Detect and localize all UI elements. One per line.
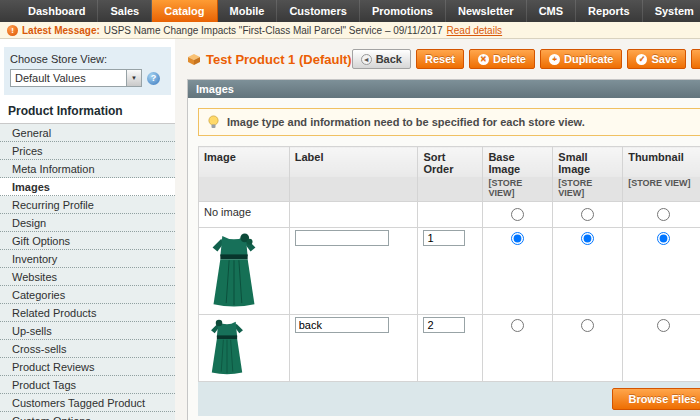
browse-files-button[interactable]: Browse Files... (612, 388, 700, 410)
sort-order-input[interactable] (423, 230, 465, 246)
col-header-label: Label (289, 147, 418, 178)
col-header-small-image: Small Image (553, 147, 623, 178)
nav-item-catalog[interactable]: Catalog (152, 0, 217, 22)
label-input[interactable] (295, 317, 389, 333)
scope-label: [STORE VIEW] (483, 177, 553, 202)
small-image-radio-none[interactable] (581, 208, 594, 221)
message-bar: ! Latest Message: USPS Name Change Impac… (0, 22, 700, 39)
top-navigation: Dashboard Sales Catalog Mobile Customers… (0, 0, 700, 22)
scope-label: [STORE VIEW] (623, 177, 700, 202)
product-image-back (205, 318, 249, 376)
duplicate-button[interactable]: + Duplicate (540, 49, 623, 69)
chevron-down-icon: ▼ (126, 70, 141, 86)
nav-item-reports[interactable]: Reports (576, 0, 643, 22)
sidebar-item-related-products[interactable]: Related Products (0, 304, 175, 322)
sidebar-item-recurring-profile[interactable]: Recurring Profile (0, 196, 175, 214)
check-icon: ✓ (636, 54, 647, 65)
store-view-select[interactable]: Default Values ▼ (10, 69, 142, 87)
small-image-radio[interactable] (581, 232, 594, 245)
plus-icon: + (549, 54, 560, 65)
sidebar-item-inventory[interactable]: Inventory (0, 250, 175, 268)
magento-admin-screen: Dashboard Sales Catalog Mobile Customers… (0, 0, 700, 420)
thumbnail-radio[interactable] (657, 319, 670, 332)
main-content: Test Product 1 (Default) ◄ Back Reset ✕ … (175, 39, 700, 420)
base-image-radio[interactable] (511, 232, 524, 245)
scope-label: [STORE VIEW] (553, 177, 623, 202)
nav-item-cms[interactable]: CMS (527, 0, 576, 22)
sidebar-item-meta-information[interactable]: Meta Information (0, 160, 175, 178)
message-prefix: Latest Message: (22, 25, 100, 36)
nav-item-mobile[interactable]: Mobile (218, 0, 278, 22)
col-header-sort-order: Sort Order (418, 147, 483, 178)
save-button[interactable]: ✓ Save (627, 49, 686, 69)
sidebar-item-general[interactable]: General (0, 124, 175, 142)
header-buttons: ◄ Back Reset ✕ Delete + Duplicate (352, 49, 700, 69)
delete-button[interactable]: ✕ Delete (469, 49, 535, 69)
images-table: Image Label Sort Order Base Image Small … (198, 146, 700, 382)
nav-item-customers[interactable]: Customers (277, 0, 359, 22)
col-header-base-image: Base Image (483, 147, 553, 178)
sidebar-section-title: Product Information (0, 99, 175, 124)
page-title: Test Product 1 (Default) (206, 52, 352, 67)
no-image-row: No image (199, 202, 700, 228)
sidebar-item-product-tags[interactable]: Product Tags (0, 376, 175, 394)
sidebar-item-categories[interactable]: Categories (0, 286, 175, 304)
sidebar: Choose Store View: Default Values ▼ ? Pr… (0, 39, 175, 420)
product-information-tabs: General Prices Meta Information Images R… (0, 124, 175, 420)
thumbnail-radio-none[interactable] (657, 208, 670, 221)
message-text: USPS Name Change Impacts "First-Class Ma… (104, 25, 443, 36)
sidebar-item-websites[interactable]: Websites (0, 268, 175, 286)
small-image-radio[interactable] (581, 319, 594, 332)
store-view-help-icon: ? (147, 72, 160, 85)
sidebar-item-gift-options[interactable]: Gift Options (0, 232, 175, 250)
sort-order-input[interactable] (423, 317, 465, 333)
images-panel: Images Image type and information need t… (187, 79, 700, 420)
nav-item-newsletter[interactable]: Newsletter (446, 0, 527, 22)
sidebar-item-customers-tagged-product[interactable]: Customers Tagged Product (0, 394, 175, 412)
upload-toolbar: Browse Files... Upload Files (198, 382, 700, 416)
back-button[interactable]: ◄ Back (352, 49, 411, 69)
col-header-image: Image (199, 147, 290, 178)
nav-item-sales[interactable]: Sales (98, 0, 152, 22)
image-row-1 (199, 228, 700, 315)
notice-box: Image type and information need to be sp… (198, 108, 700, 136)
store-view-label: Choose Store View: (10, 53, 165, 65)
notice-alert-icon: ! (7, 25, 18, 36)
label-input[interactable] (295, 230, 389, 246)
save-and-continue-button[interactable]: ✓ Save and Continue Edit (691, 49, 700, 69)
image-row-2 (199, 315, 700, 382)
read-details-link[interactable]: Read details (447, 25, 503, 36)
sidebar-item-images[interactable]: Images (0, 178, 175, 196)
notice-text: Image type and information need to be sp… (227, 116, 585, 128)
sidebar-item-custom-options[interactable]: Custom Options (0, 412, 175, 420)
lightbulb-icon (207, 115, 220, 129)
delete-x-icon: ✕ (478, 54, 489, 65)
base-image-radio-none[interactable] (511, 208, 524, 221)
sidebar-item-product-reviews[interactable]: Product Reviews (0, 358, 175, 376)
col-header-thumbnail: Thumbnail (623, 147, 700, 178)
reset-button[interactable]: Reset (416, 49, 464, 69)
sidebar-item-prices[interactable]: Prices (0, 142, 175, 160)
store-view-chooser: Choose Store View: Default Values ▼ ? (4, 47, 171, 95)
no-image-label: No image (199, 202, 290, 228)
back-arrow-icon: ◄ (361, 54, 372, 65)
product-image-front (205, 231, 263, 309)
nav-item-system[interactable]: System (643, 0, 700, 22)
product-icon (187, 53, 201, 66)
images-panel-header: Images (188, 80, 700, 98)
sidebar-item-up-sells[interactable]: Up-sells (0, 322, 175, 340)
thumbnail-radio[interactable] (657, 232, 670, 245)
sidebar-item-cross-sells[interactable]: Cross-sells (0, 340, 175, 358)
nav-item-promotions[interactable]: Promotions (360, 0, 446, 22)
store-view-selected-value: Default Values (15, 72, 86, 84)
sidebar-item-design[interactable]: Design (0, 214, 175, 232)
base-image-radio[interactable] (511, 319, 524, 332)
nav-item-dashboard[interactable]: Dashboard (16, 0, 98, 22)
